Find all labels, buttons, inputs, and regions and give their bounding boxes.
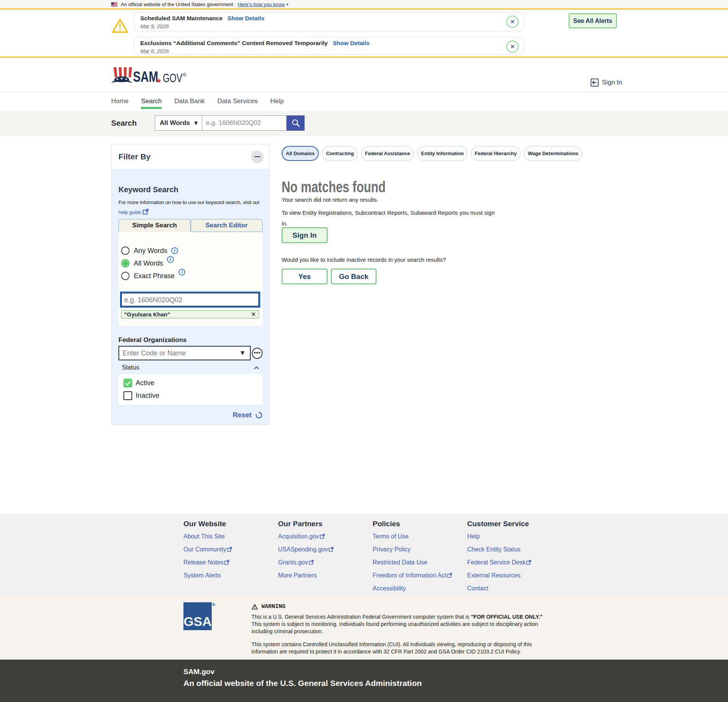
svg-text:GOV: GOV xyxy=(163,71,182,84)
svg-text:SAM: SAM xyxy=(133,69,158,84)
svg-text:R: R xyxy=(183,73,185,76)
